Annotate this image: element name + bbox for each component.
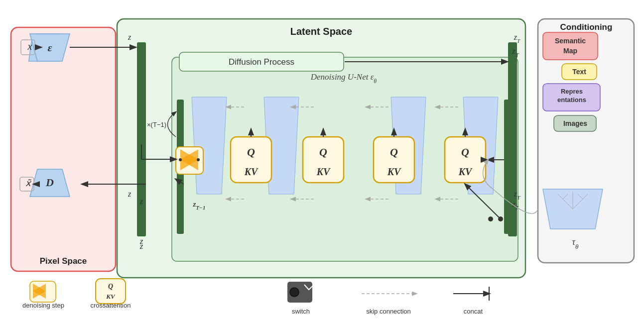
svg-marker-10 — [30, 169, 70, 197]
svg-text:KV: KV — [316, 166, 331, 177]
svg-text:Map: Map — [563, 47, 577, 55]
svg-line-83 — [563, 199, 573, 209]
diagram-svg: ε x D x̃ z z Diffusion Process zT Denois… — [0, 0, 644, 323]
svg-text:Latent Space: Latent Space — [290, 26, 352, 37]
svg-rect-17 — [20, 177, 34, 191]
svg-rect-75 — [543, 84, 600, 111]
svg-line-85 — [558, 194, 563, 199]
svg-text:Denoising U-Net εθ: Denoising U-Net εθ — [310, 72, 377, 85]
svg-rect-0 — [11, 27, 116, 271]
svg-text:switch: switch — [292, 308, 310, 315]
svg-text:z: z — [139, 236, 143, 246]
svg-rect-101 — [287, 282, 312, 303]
svg-marker-44 — [180, 149, 198, 170]
svg-text:Q: Q — [108, 283, 113, 290]
svg-rect-13 — [21, 40, 35, 55]
svg-text:skip connection: skip connection — [366, 308, 411, 315]
svg-text:KV: KV — [458, 166, 473, 177]
svg-text:Q: Q — [247, 146, 255, 158]
svg-rect-6 — [177, 100, 184, 234]
svg-rect-37 — [374, 137, 414, 183]
svg-marker-8 — [29, 34, 63, 61]
svg-line-49 — [176, 179, 184, 184]
svg-text:Conditioning: Conditioning — [560, 22, 613, 32]
svg-text:Repres: Repres — [561, 88, 583, 95]
svg-rect-22 — [179, 52, 344, 71]
svg-rect-70 — [543, 32, 598, 60]
svg-marker-27 — [192, 97, 227, 194]
svg-point-46 — [179, 158, 182, 161]
svg-point-89 — [488, 216, 493, 221]
svg-marker-81 — [543, 189, 603, 229]
svg-marker-28 — [264, 97, 299, 194]
svg-rect-4 — [137, 42, 146, 236]
svg-text:z: z — [139, 197, 143, 206]
svg-text:crossattention: crossattention — [91, 302, 131, 309]
svg-text:z: z — [139, 241, 143, 251]
svg-point-90 — [498, 216, 503, 221]
svg-rect-7 — [504, 100, 511, 234]
svg-rect-34 — [303, 137, 344, 183]
svg-rect-40 — [445, 137, 486, 183]
svg-text:×(T−1): ×(T−1) — [147, 121, 166, 128]
svg-text:Q: Q — [319, 146, 327, 158]
svg-text:Semantic: Semantic — [555, 37, 586, 45]
svg-rect-97 — [96, 279, 126, 304]
svg-text:zT−1: zT−1 — [193, 200, 206, 211]
svg-text:Text: Text — [572, 68, 586, 76]
svg-marker-94 — [33, 284, 46, 299]
svg-rect-78 — [554, 115, 596, 131]
svg-text:Pixel Space: Pixel Space — [40, 256, 87, 266]
main-diagram: ε x D x̃ z z Diffusion Process zT Denois… — [0, 0, 644, 323]
svg-text:zT−1: zT−1 — [193, 200, 206, 211]
svg-marker-45 — [180, 149, 198, 170]
svg-text:ε: ε — [47, 41, 52, 54]
svg-marker-9 — [30, 34, 70, 61]
svg-point-102 — [290, 288, 299, 297]
svg-text:zT: zT — [514, 190, 520, 201]
svg-text:KV: KV — [106, 293, 116, 300]
svg-rect-5 — [508, 42, 517, 236]
svg-text:Q: Q — [390, 146, 398, 158]
svg-text:zT: zT — [512, 46, 519, 59]
svg-rect-43 — [176, 147, 203, 174]
svg-marker-95 — [33, 284, 46, 299]
svg-rect-1 — [117, 19, 525, 278]
svg-text:x̃: x̃ — [25, 178, 32, 188]
svg-line-88 — [583, 194, 588, 199]
svg-line-91 — [465, 184, 501, 219]
svg-text:concat: concat — [464, 308, 483, 315]
svg-text:Q: Q — [461, 146, 469, 158]
svg-text:z: z — [128, 190, 131, 198]
svg-text:KV: KV — [244, 166, 258, 177]
svg-text:Diffusion Process: Diffusion Process — [229, 57, 294, 67]
svg-text:τθ: τθ — [572, 237, 579, 250]
svg-text:zT: zT — [512, 200, 519, 211]
svg-point-47 — [197, 158, 200, 161]
svg-text:zT: zT — [514, 33, 520, 44]
svg-marker-29 — [391, 97, 426, 194]
svg-text:KV: KV — [387, 166, 401, 177]
svg-line-84 — [573, 199, 583, 209]
svg-text:Images: Images — [563, 119, 587, 127]
svg-rect-31 — [231, 137, 271, 183]
svg-text:z: z — [128, 33, 131, 41]
svg-text:entations: entations — [557, 96, 586, 104]
svg-line-87 — [578, 194, 583, 199]
svg-text:denoising step: denoising step — [22, 302, 64, 309]
svg-line-86 — [563, 194, 568, 199]
svg-text:x: x — [27, 41, 32, 52]
svg-rect-2 — [538, 19, 634, 263]
svg-rect-93 — [30, 281, 56, 302]
svg-rect-3 — [172, 57, 518, 261]
svg-marker-30 — [463, 97, 498, 194]
svg-text:D: D — [45, 176, 54, 189]
svg-rect-73 — [562, 64, 597, 80]
